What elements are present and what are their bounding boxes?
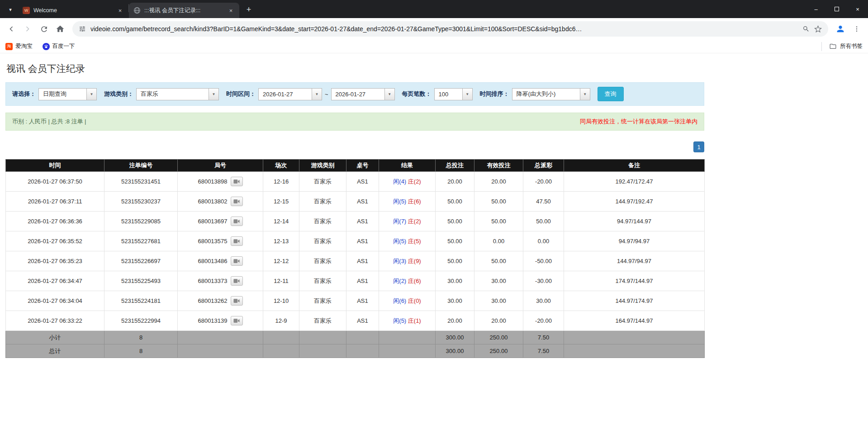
- maximize-button[interactable]: [826, 0, 847, 18]
- total-bet-link[interactable]: 30.00: [436, 291, 474, 311]
- search-button[interactable]: 查询: [598, 87, 624, 101]
- bookmark-star-icon[interactable]: [814, 25, 822, 33]
- pagination: 1: [5, 141, 704, 152]
- chevron-down-icon[interactable]: ▼: [462, 88, 473, 100]
- tab-close-icon[interactable]: ×: [227, 7, 235, 14]
- round-number: 680013486: [198, 258, 227, 264]
- chevron-down-icon[interactable]: ▼: [580, 88, 590, 100]
- date-start-input[interactable]: 2026-01-27 ▼: [258, 88, 322, 100]
- time-cell: 2026-01-27 06:36:36: [6, 212, 104, 231]
- total-bet-link[interactable]: 50.00: [436, 192, 474, 212]
- round-cell: 680013898: [178, 172, 263, 192]
- chevron-down-icon[interactable]: ▼: [384, 88, 395, 100]
- date-end-input[interactable]: 2026-01-27 ▼: [331, 88, 395, 100]
- bookmark-taobao[interactable]: 淘 爱淘宝: [5, 42, 33, 50]
- total-bet-link[interactable]: 50.00: [436, 231, 474, 251]
- baidu-paw-icon: [43, 43, 50, 50]
- date-end-value[interactable]: 2026-01-27: [331, 88, 384, 100]
- column-header: 总投注: [436, 160, 474, 172]
- time-cell: 2026-01-27 06:33:22: [6, 311, 104, 331]
- payout-cell: -50.00: [523, 251, 564, 271]
- total-bet-link[interactable]: 20.00: [436, 172, 474, 192]
- currency-summary: 币别 : 人民币 | 总共 :8 注单 |: [12, 118, 86, 126]
- round-cell: 680013575: [178, 231, 263, 251]
- subtotal-total-bet: 300.00: [436, 331, 474, 344]
- result-banker: 庄(6): [408, 198, 421, 205]
- bookmark-baidu[interactable]: 百度一下: [43, 42, 75, 50]
- note-cell: 94.97/144.97: [564, 212, 705, 231]
- game-kind-cell: 百家乐: [299, 192, 346, 212]
- valid-bet-cell: 20.00: [474, 311, 523, 331]
- video-replay-button[interactable]: [231, 296, 243, 306]
- total-bet-link[interactable]: 50.00: [436, 251, 474, 271]
- session-cell: 12-12: [263, 251, 299, 271]
- home-button[interactable]: [52, 21, 68, 37]
- result-player: 闲(6): [393, 297, 406, 304]
- chevron-down-icon[interactable]: ▼: [312, 88, 322, 100]
- video-replay-button[interactable]: [231, 316, 243, 325]
- all-bookmarks-button[interactable]: 所有书签: [821, 42, 863, 51]
- video-replay-button[interactable]: [231, 256, 243, 266]
- sort-value[interactable]: 降幂(由大到小): [512, 88, 580, 100]
- date-start-value[interactable]: 2026-01-27: [258, 88, 312, 100]
- query-type-value[interactable]: 日期查询: [38, 88, 86, 100]
- game-kind-value[interactable]: 百家乐: [136, 88, 209, 100]
- menu-kebab-icon[interactable]: [849, 21, 864, 37]
- tab-welcome[interactable]: W Welcome ×: [18, 3, 128, 18]
- per-page-select[interactable]: 100 ▼: [434, 88, 473, 100]
- query-type-select[interactable]: 日期查询 ▼: [38, 88, 97, 100]
- game-kind-label: 游戏类别：: [104, 90, 133, 98]
- total-bet-link[interactable]: 30.00: [436, 271, 474, 291]
- note-cell: 192.47/172.47: [564, 172, 705, 192]
- game-kind-cell: 百家乐: [299, 271, 346, 291]
- video-replay-button[interactable]: [231, 217, 243, 226]
- valid-bet-cell: 50.00: [474, 251, 523, 271]
- globe-favicon-icon: [133, 7, 141, 14]
- total-bet-link[interactable]: 20.00: [436, 311, 474, 331]
- time-cell: 2026-01-27 06:35:52: [6, 231, 104, 251]
- tab-bet-record[interactable]: :::视讯 会员下注记录::: ×: [129, 3, 239, 18]
- bet-id-cell: 523155227681: [104, 231, 178, 251]
- per-page-value[interactable]: 100: [434, 88, 462, 100]
- valid-bet-cell: 20.00: [474, 172, 523, 192]
- tab-close-icon[interactable]: ×: [116, 7, 124, 14]
- total-bet-link[interactable]: 50.00: [436, 212, 474, 231]
- table-row: 2026-01-27 06:37:50 523155231451 6800138…: [6, 172, 705, 192]
- subtotal-label: 小计: [6, 331, 104, 344]
- valid-bet-cell: 0.00: [474, 231, 523, 251]
- forward-button[interactable]: [20, 21, 35, 37]
- payout-cell: 47.50: [523, 192, 564, 212]
- payout-cell: -30.00: [523, 271, 564, 291]
- round-number: 680013898: [198, 178, 227, 185]
- profile-icon[interactable]: [833, 21, 848, 37]
- close-button[interactable]: ×: [847, 0, 868, 18]
- back-button[interactable]: [4, 21, 19, 37]
- valid-bet-notice: 同局有效投注，统一计算在该局第一张注单内: [580, 118, 697, 126]
- minimize-button[interactable]: –: [806, 0, 826, 18]
- video-replay-button[interactable]: [231, 276, 243, 286]
- total-count: 8: [104, 344, 178, 358]
- zoom-icon[interactable]: [802, 25, 810, 33]
- refresh-button[interactable]: [36, 21, 52, 37]
- bet-id-cell: 523155224181: [104, 291, 178, 311]
- bet-id-cell: 523155226697: [104, 251, 178, 271]
- page-1-button[interactable]: 1: [693, 141, 704, 152]
- chevron-down-icon[interactable]: ▼: [209, 88, 219, 100]
- payout-cell: 50.00: [523, 212, 564, 231]
- select-type-label: 请选择：: [12, 90, 36, 98]
- browser-titlebar: ▾ W Welcome × :::视讯 会员下注记录::: × + – ×: [0, 0, 868, 18]
- subtotal-count: 8: [104, 331, 178, 344]
- tab-search-icon[interactable]: ▾: [5, 4, 16, 15]
- tune-icon[interactable]: [79, 25, 86, 33]
- new-tab-button[interactable]: +: [243, 4, 255, 15]
- payout-cell: 0.00: [523, 231, 564, 251]
- sort-select[interactable]: 降幂(由大到小) ▼: [512, 88, 590, 100]
- video-replay-button[interactable]: [231, 177, 243, 186]
- url-bar[interactable]: videoie.com/game/betrecord_search/kind3?…: [72, 21, 828, 37]
- video-replay-button[interactable]: [231, 197, 243, 206]
- chevron-down-icon[interactable]: ▼: [86, 88, 97, 100]
- video-replay-button[interactable]: [231, 236, 243, 246]
- game-kind-select[interactable]: 百家乐 ▼: [136, 88, 219, 100]
- url-text[interactable]: videoie.com/game/betrecord_search/kind3?…: [90, 25, 798, 33]
- total-total-bet: 300.00: [436, 344, 474, 358]
